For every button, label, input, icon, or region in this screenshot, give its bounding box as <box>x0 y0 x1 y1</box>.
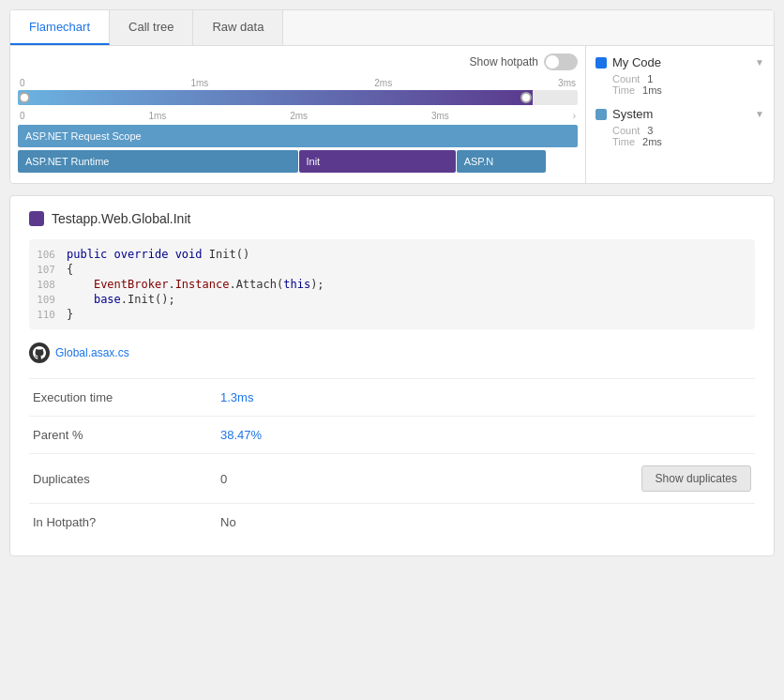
timeline-scrubber[interactable] <box>18 90 578 105</box>
code-line-106: 106 public override void Init() <box>29 247 755 262</box>
flamechart-panel: Show hotpath 0 1ms 2ms 3ms <box>10 46 774 183</box>
side-section-mycode: My Code ▼ Count 1 Time 1ms <box>596 55 764 96</box>
hotpath-row: Show hotpath <box>18 53 578 70</box>
tabs-bar: Flamechart Call tree Raw data <box>10 10 774 46</box>
flamechart-area: Show hotpath 0 1ms 2ms 3ms <box>10 46 586 183</box>
details-table: Execution time 1.3ms Parent % 38.47% Dup… <box>29 378 755 540</box>
function-name: Testapp.Web.Global.Init <box>52 211 190 226</box>
function-icon <box>29 211 44 226</box>
flame-block-runtime[interactable]: ASP.NET Runtime <box>18 150 298 173</box>
parent-pct-value: 38.47% <box>217 417 374 454</box>
duplicates-label: Duplicates <box>29 454 217 504</box>
code-block: 106 public override void Init() 107 { 10… <box>29 239 755 329</box>
tab-calltree[interactable]: Call tree <box>110 10 193 45</box>
timeline-top-labels: 0 1ms 2ms 3ms <box>18 78 578 88</box>
detail-row-duplicates: Duplicates 0 Show duplicates <box>29 454 755 504</box>
show-duplicates-button[interactable]: Show duplicates <box>641 465 751 492</box>
flame-block-request-scope[interactable]: ASP.NET Request Scope <box>18 125 578 147</box>
detail-row-execution: Execution time 1.3ms <box>29 379 755 417</box>
side-panel: My Code ▼ Count 1 Time 1ms <box>586 46 774 183</box>
tab-flamechart[interactable]: Flamechart <box>10 10 110 45</box>
detail-panel: Testapp.Web.Global.Init 106 public overr… <box>9 195 775 556</box>
detail-row-parent: Parent % 38.47% <box>29 417 755 454</box>
timeline-top: 0 1ms 2ms 3ms <box>18 78 578 105</box>
execution-time-value: 1.3ms <box>217 379 374 417</box>
mycode-title: My Code <box>596 55 661 69</box>
flame-row-2: ASP.NET Runtime Init ASP.N <box>18 150 578 173</box>
mycode-header: My Code ▼ <box>596 55 764 69</box>
hotpath-value: No <box>217 504 374 541</box>
timeline-handle-right[interactable] <box>520 92 532 103</box>
mycode-dot <box>596 57 607 68</box>
code-line-109: 109 base.Init(); <box>29 292 755 307</box>
file-link-text: Global.asax.cs <box>55 346 129 359</box>
hotpath-label-cell: In Hotpath? <box>29 504 217 541</box>
parent-pct-label: Parent % <box>29 417 217 454</box>
system-stats: Count 3 Time 2ms <box>596 125 764 147</box>
mycode-chevron[interactable]: ▼ <box>755 57 764 68</box>
mycode-stats: Count 1 Time 1ms <box>596 73 764 96</box>
code-line-107: 107 { <box>29 262 755 277</box>
code-line-110: 110 } <box>29 307 755 322</box>
arrow-right-icon[interactable]: › <box>573 111 576 121</box>
system-chevron[interactable]: ▼ <box>755 109 764 119</box>
timeline-bottom-labels: 0 1ms 2ms 3ms › <box>18 111 578 121</box>
file-link[interactable]: Global.asax.cs <box>29 342 755 363</box>
flame-block-init[interactable]: Init <box>299 150 456 173</box>
flame-row-1: ASP.NET Request Scope <box>18 125 578 147</box>
timeline-handle-left[interactable] <box>19 92 30 103</box>
system-dot <box>596 109 607 120</box>
hotpath-toggle[interactable] <box>544 53 578 70</box>
system-header: System ▼ <box>596 107 764 121</box>
detail-row-hotpath: In Hotpath? No <box>29 504 755 541</box>
github-icon <box>29 342 50 363</box>
flame-blocks: ASP.NET Request Scope ASP.NET Runtime In… <box>18 125 578 173</box>
execution-time-label: Execution time <box>29 379 217 417</box>
function-header: Testapp.Web.Global.Init <box>29 211 755 226</box>
side-section-system: System ▼ Count 3 Time 2ms <box>596 107 764 147</box>
timeline-fill <box>18 90 533 105</box>
flame-block-aspn[interactable]: ASP.N <box>457 150 547 173</box>
duplicates-value: 0 <box>217 454 374 504</box>
tab-rawdata[interactable]: Raw data <box>193 10 283 45</box>
system-title: System <box>596 107 653 121</box>
hotpath-label: Show hotpath <box>470 55 538 68</box>
code-line-108: 108 EventBroker.Instance.Attach(this); <box>29 277 755 292</box>
